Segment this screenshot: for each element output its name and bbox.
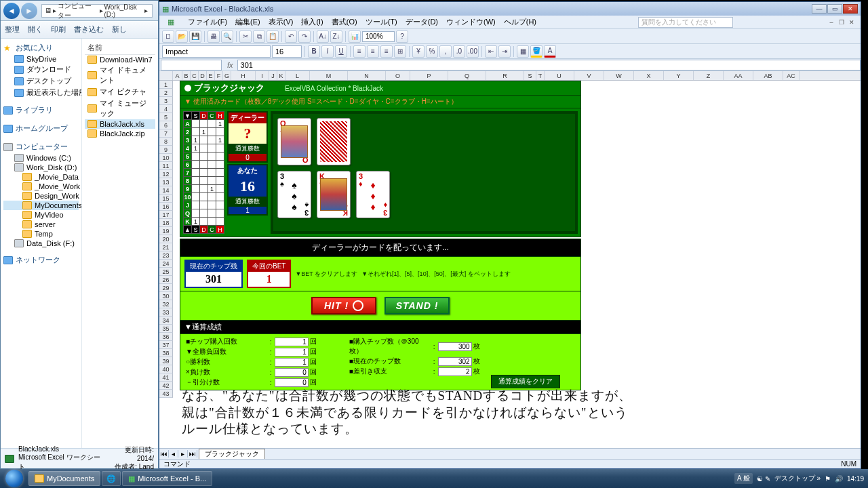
zoom-select[interactable]: 100% — [362, 31, 395, 42]
nav-item[interactable]: SkyDrive — [3, 54, 79, 64]
underline-icon[interactable]: U — [335, 45, 347, 58]
fill-color-icon[interactable]: 🪣 — [530, 45, 542, 58]
file-row[interactable]: Download-Win7 — [85, 55, 155, 64]
network-header[interactable]: ネットワーク — [3, 253, 79, 266]
nav-item[interactable]: _Movie_Data — [3, 172, 79, 182]
favorites-header[interactable]: ★お気に入り — [3, 41, 79, 54]
hit-button[interactable]: HIT ! — [311, 297, 376, 314]
minimize-button[interactable]: — — [812, 4, 827, 14]
menu-item[interactable]: ウィンドウ(W) — [442, 17, 500, 26]
comma-icon[interactable]: , — [439, 45, 452, 58]
tab-prev[interactable]: ◂ — [169, 450, 178, 458]
library-header[interactable]: ライブラリ — [3, 104, 79, 117]
menu-item[interactable]: 編集(E) — [231, 17, 264, 26]
row-headers[interactable]: 1234567891011121314151617181920212324252… — [159, 81, 173, 398]
sort-icon[interactable]: A↓ — [317, 30, 329, 43]
organize-menu[interactable]: 整理 — [5, 24, 20, 35]
fx-icon[interactable]: fx — [223, 61, 237, 69]
indent-inc-icon[interactable]: ⇥ — [498, 45, 511, 58]
font-select[interactable]: Impact — [162, 45, 271, 58]
align-right-icon[interactable]: ≡ — [380, 45, 393, 58]
sheet-tab[interactable]: ブラックジャック — [199, 449, 265, 459]
undo-icon[interactable]: ↶ — [285, 30, 297, 43]
nav-item[interactable]: server — [3, 220, 79, 229]
paste-icon[interactable]: 📋 — [267, 30, 279, 43]
tab-last[interactable]: ⏭ — [188, 450, 197, 458]
start-button[interactable] — [1, 469, 27, 488]
nav-item[interactable]: Design_Work — [3, 191, 79, 201]
print-button[interactable]: 印刷 — [51, 24, 66, 35]
breadcrumb[interactable]: 🖥 ▸コンピューター ▸Work_Disk (D:) ▸ — [41, 4, 153, 18]
homegroup-header[interactable]: ホームグループ — [3, 122, 79, 135]
menu-item[interactable]: データ(D) — [401, 17, 442, 26]
tab-first[interactable]: ⏮ — [159, 450, 169, 458]
preview-icon[interactable]: 🔍 — [221, 30, 233, 43]
clear-results-button[interactable]: 通算成績をクリア — [491, 375, 560, 388]
border-icon[interactable]: ▦ — [517, 45, 529, 58]
help-icon[interactable]: ? — [396, 30, 408, 43]
maximize-button[interactable]: ▭ — [827, 4, 842, 14]
mdi-close[interactable]: ✕ — [847, 18, 856, 26]
nav-item[interactable]: Temp — [3, 229, 79, 239]
nav-item[interactable]: デスクトップ — [3, 75, 79, 87]
open-icon[interactable]: 📂 — [176, 30, 188, 43]
mdi-restore[interactable]: ❐ — [837, 18, 846, 26]
sort-desc-icon[interactable]: Z↓ — [330, 30, 342, 43]
mdi-minimize[interactable]: – — [827, 18, 836, 26]
tray-flag-icon[interactable]: ⚑ — [825, 475, 831, 483]
menu-item[interactable]: 挿入(I) — [297, 17, 327, 26]
font-color-icon[interactable]: A — [544, 45, 556, 58]
nav-item[interactable]: MyDocuments — [3, 201, 79, 210]
print-icon[interactable]: 🖶 — [208, 30, 220, 43]
nav-item[interactable]: Data_Disk (F:) — [3, 239, 79, 248]
help-search[interactable]: 質問を入力してください — [638, 17, 733, 28]
system-tray[interactable]: A 般 ☯ ✎ デスクトップ » ⚑ 🔊 14:19 — [734, 473, 867, 484]
file-row[interactable]: マイ ピクチャ — [85, 86, 155, 98]
file-row[interactable]: BlackJack.zip — [85, 129, 155, 138]
menu-item[interactable]: ヘルプ(H) — [500, 17, 540, 26]
copy-icon[interactable]: ⧉ — [253, 30, 265, 43]
menu-item[interactable]: ファイル(F) — [184, 17, 231, 26]
stand-button[interactable]: STAND ! — [384, 297, 450, 314]
menu-item[interactable]: 表示(V) — [264, 17, 298, 26]
redo-icon[interactable]: ↷ — [298, 30, 311, 43]
nav-item[interactable]: 最近表示した場所 — [3, 87, 79, 98]
cut-icon[interactable]: ✂ — [239, 30, 252, 43]
nav-item[interactable]: MyVideo — [3, 210, 79, 220]
task-explorer[interactable]: MyDocuments — [28, 471, 100, 486]
new-icon[interactable]: 🗋 — [162, 30, 174, 43]
nav-item[interactable]: Windows (C:) — [3, 153, 79, 163]
chart-icon[interactable]: 📊 — [349, 30, 361, 43]
column-headers[interactable]: ABCDEFGHIJKLMNOPQRSTUVWXYZAAABAC — [159, 71, 861, 81]
indent-dec-icon[interactable]: ⇤ — [485, 45, 497, 58]
file-row[interactable]: BlackJack.xls — [85, 119, 155, 129]
close-button[interactable]: ✕ — [843, 4, 858, 14]
percent-icon[interactable]: % — [426, 45, 438, 58]
nav-item[interactable]: ダウンロード — [3, 64, 79, 75]
formula-input[interactable]: 301 — [237, 60, 861, 70]
menu-item[interactable]: ツール(T) — [361, 17, 401, 26]
task-excel[interactable]: ▦Microsoft Excel - B... — [122, 471, 212, 486]
task-chrome[interactable]: 🌐 — [102, 471, 121, 486]
align-left-icon[interactable]: ≡ — [353, 45, 366, 58]
dec-decimal-icon[interactable]: .00 — [467, 45, 479, 58]
menu-item[interactable]: 書式(O) — [328, 17, 361, 26]
size-select[interactable]: 16 — [272, 45, 302, 58]
tab-next[interactable]: ▸ — [178, 450, 188, 458]
burn-button[interactable]: 書き込む — [74, 24, 104, 35]
merge-icon[interactable]: ⊞ — [394, 45, 406, 58]
italic-icon[interactable]: I — [321, 45, 334, 58]
nav-item[interactable]: Work_Disk (D:) — [3, 163, 79, 172]
forward-button[interactable]: ► — [21, 3, 37, 19]
tray-volume-icon[interactable]: 🔊 — [835, 475, 843, 483]
file-row[interactable]: マイ ドキュメント — [85, 64, 155, 86]
back-button[interactable]: ◄ — [3, 3, 20, 19]
nav-item[interactable]: _Movie_Work — [3, 182, 79, 191]
bold-icon[interactable]: B — [308, 45, 320, 58]
save-icon[interactable]: 💾 — [189, 30, 201, 43]
inc-decimal-icon[interactable]: .0 — [453, 45, 465, 58]
currency-icon[interactable]: ¥ — [412, 45, 425, 58]
clock[interactable]: 14:19 — [847, 475, 864, 483]
align-center-icon[interactable]: ≡ — [367, 45, 379, 58]
file-row[interactable]: マイ ミュージック — [85, 98, 155, 119]
